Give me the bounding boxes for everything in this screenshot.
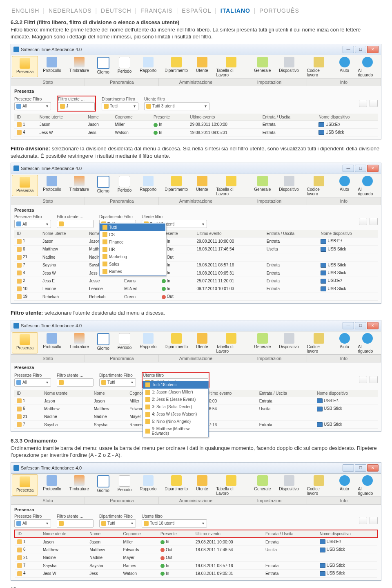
col-ultimo-evento[interactable]: Ultimo evento <box>193 530 263 538</box>
col-ultimo-evento[interactable]: Ultimo evento <box>187 114 260 121</box>
user-option[interactable]: 6: Matthew (Matthew Edwards) <box>143 425 208 437</box>
col-nome-dispositivo[interactable]: Nome dispositivo <box>317 530 377 538</box>
combo-tutti[interactable]: Tutti▾ <box>99 519 136 528</box>
col-entrata-uscita[interactable]: Entrata / Uscita <box>264 230 318 237</box>
toolbar-presenza[interactable]: Presenza <box>12 474 38 496</box>
col-nome-dispositivo[interactable]: Nome dispositivo <box>314 390 378 397</box>
toolbar-protocollo[interactable]: Protocollo <box>39 331 65 354</box>
toolbar-presenza[interactable]: Presenza <box>12 175 38 196</box>
table-row[interactable]: 7 SayshaSayshaRames In 19.08.2011 08:57:… <box>15 562 377 570</box>
col-nome-dispositivo[interactable]: Nome dispositivo <box>318 230 378 237</box>
toolbar-aiuto[interactable]: Aiuto <box>335 331 354 354</box>
combo-tutti[interactable]: Tutti▾ <box>102 102 138 110</box>
col-nome[interactable]: Nome <box>87 530 120 538</box>
toolbar-utente[interactable]: Utente <box>192 474 212 496</box>
print-icon[interactable] <box>370 517 378 524</box>
col-nome[interactable]: Nome <box>91 390 127 397</box>
combo-all[interactable]: All▾ <box>14 102 51 110</box>
col-entrata-uscita[interactable]: Entrata / Uscita <box>260 114 316 121</box>
toolbar-timbrature[interactable]: Timbrature <box>65 474 93 496</box>
tab-amministrazione[interactable]: Amministrazione <box>159 78 233 86</box>
toolbar-timbrature[interactable]: Timbrature <box>65 331 93 354</box>
table-row[interactable]: 21 NadineNadineMayer Out <box>15 554 377 561</box>
toolbar-al-riguardo[interactable]: Al riguardo <box>354 174 381 197</box>
toolbar-presenza[interactable]: Presenza <box>12 332 38 353</box>
toolbar-dispositivo[interactable]: Dispositivo <box>275 55 303 78</box>
combo-all[interactable]: All▾ <box>14 220 51 228</box>
lang-español[interactable]: ESPAÑOL <box>182 7 211 14</box>
minimize-button[interactable]: — <box>343 46 354 53</box>
user-option[interactable]: 5: Nino (Nino Angelo) <box>143 418 208 425</box>
toolbar-utente[interactable]: Utente <box>192 55 212 78</box>
lang-deutsch[interactable]: DEUTSCH <box>101 7 131 14</box>
toolbar-tabella-di-lavoro[interactable]: Tabella di Lavoro <box>212 474 250 496</box>
toolbar-codice-lavoro[interactable]: Codice lavoro <box>303 174 335 197</box>
combo-tutti-3-utenti[interactable]: Tutti 3 utenti▾ <box>144 102 209 110</box>
toolbar-protocollo[interactable]: Protocollo <box>39 174 65 197</box>
print-icon[interactable] <box>370 100 378 107</box>
toolbar-al-riguardo[interactable]: Al riguardo <box>354 474 381 496</box>
col-nome-utente[interactable]: Nome utente <box>37 114 86 121</box>
toolbar-dipartimento[interactable]: Dipartimento <box>160 174 192 197</box>
report-icon[interactable] <box>359 376 367 383</box>
toolbar-codice-lavoro[interactable]: Codice lavoro <box>303 331 335 354</box>
toolbar-giorno[interactable]: Giorno <box>93 331 114 354</box>
minimize-button[interactable]: — <box>343 322 354 329</box>
user-dropdown[interactable]: Tutti 18 utenti1: Jason (Jason Miller)2:… <box>143 381 209 437</box>
user-option[interactable]: 2: Jess E (Jesse Evens) <box>143 396 208 403</box>
user-option[interactable]: 1: Jason (Jason Miller) <box>143 389 208 396</box>
combo-tutti-18-utenti[interactable]: Tutti 18 utenti▾ <box>142 519 207 528</box>
col-cognome[interactable]: Cognome <box>120 530 158 538</box>
tab-info[interactable]: Info <box>307 78 381 86</box>
toolbar-aiuto[interactable]: Aiuto <box>335 474 354 496</box>
toolbar-presenza[interactable]: Presenza <box>12 56 38 77</box>
col-id[interactable]: ID <box>14 230 40 237</box>
col-ultimo-evento[interactable]: Ultimo evento <box>204 390 257 397</box>
toolbar-rapporto[interactable]: Rapporto <box>136 174 160 197</box>
free-filter-input[interactable] <box>57 220 94 228</box>
toolbar-al-riguardo[interactable]: Al riguardo <box>354 55 381 78</box>
tab-panoramica[interactable]: Panoramica <box>85 78 159 86</box>
tab-amministrazione[interactable]: Amministrazione <box>159 197 233 205</box>
toolbar-utente[interactable]: Utente <box>192 174 212 197</box>
lang-português[interactable]: PORTUGUÊS <box>259 7 299 14</box>
minimize-button[interactable]: — <box>343 165 354 172</box>
toolbar-dipartimento[interactable]: Dipartimento <box>160 55 192 78</box>
tab-info[interactable]: Info <box>307 197 381 205</box>
tab-stato[interactable]: Stato <box>11 197 85 205</box>
tab-amministrazione[interactable]: Amministrazione <box>159 355 233 362</box>
tab-stato[interactable]: Stato <box>11 355 85 362</box>
free-filter-input[interactable] <box>57 378 94 387</box>
report-icon[interactable] <box>359 218 367 225</box>
close-button[interactable]: ✕ <box>367 165 379 172</box>
col-nome-dispositivo[interactable]: Nome dispositivo <box>316 114 378 121</box>
toolbar-tabella-di-lavoro[interactable]: Tabella di Lavoro <box>212 331 250 354</box>
table-row[interactable]: 7 SayshaSayshaRames In 19.08.2011 08:57:… <box>14 261 378 269</box>
tab-panoramica[interactable]: Panoramica <box>85 355 159 362</box>
toolbar-dispositivo[interactable]: Dispositivo <box>275 174 303 197</box>
combo-all[interactable]: All▾ <box>14 519 51 528</box>
toolbar-periodo[interactable]: Periodo <box>114 474 136 496</box>
col-ultimo-evento[interactable]: Ultimo evento <box>194 230 264 237</box>
lang-italiano[interactable]: ITALIANO <box>220 7 250 14</box>
toolbar-codice-lavoro[interactable]: Codice lavoro <box>303 474 335 496</box>
toolbar-protocollo[interactable]: Protocollo <box>39 474 65 496</box>
print-icon[interactable] <box>370 218 378 225</box>
report-icon[interactable] <box>359 100 367 107</box>
tab-impostazioni[interactable]: Impostazioni <box>233 197 307 205</box>
table-row[interactable]: 19 RebekahRebekahGreen Out <box>14 293 378 300</box>
table-row[interactable]: 1 JasonJasonMiller In 29.08.2011 10:00:0… <box>14 121 378 128</box>
col-nome[interactable]: Nome <box>85 114 112 121</box>
table-row[interactable]: 1 JasonJasonMiller In 29.08.2011 10:00:0… <box>15 538 377 546</box>
combo-tutti[interactable]: Tutti▾ <box>99 378 136 387</box>
toolbar-rapporto[interactable]: Rapporto <box>136 474 160 496</box>
toolbar-periodo[interactable]: Periodo <box>114 331 136 354</box>
user-option[interactable]: 4: Jess W (Jess Watson) <box>143 411 208 418</box>
toolbar-dipartimento[interactable]: Dipartimento <box>160 474 192 496</box>
maximize-button[interactable]: ☐ <box>355 322 366 329</box>
toolbar-al-riguardo[interactable]: Al riguardo <box>354 331 381 354</box>
toolbar-generale[interactable]: Generale <box>250 474 275 496</box>
table-row[interactable]: 4 Jess WJessWatson In 19.08.2011 09:05:3… <box>14 269 378 277</box>
dept-option[interactable]: Marketing <box>100 253 165 260</box>
tab-info[interactable]: Info <box>307 497 381 504</box>
